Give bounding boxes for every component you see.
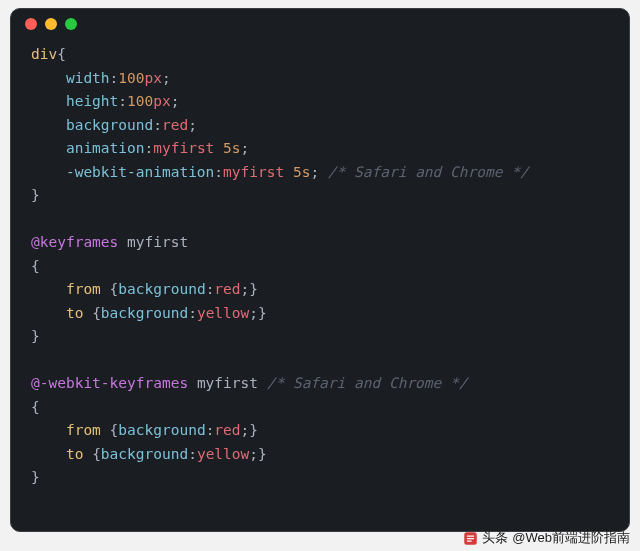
prop-name: background bbox=[118, 422, 205, 438]
prop-value: yellow bbox=[197, 446, 249, 462]
keyframes-name: myfirst bbox=[127, 234, 188, 250]
prop-name: background bbox=[101, 305, 188, 321]
prop-name: background bbox=[101, 446, 188, 462]
watermark-handle: @Web前端进阶指南 bbox=[512, 529, 630, 547]
prop-unit: px bbox=[153, 93, 170, 109]
prop-num: 100 bbox=[118, 70, 144, 86]
prop-num: 100 bbox=[127, 93, 153, 109]
prop-value: red bbox=[162, 117, 188, 133]
prop-name: height bbox=[66, 93, 118, 109]
keyframe-key: from bbox=[66, 422, 101, 438]
watermark: 头条 @Web前端进阶指南 bbox=[463, 529, 630, 547]
keyframe-key: from bbox=[66, 281, 101, 297]
selector: div bbox=[31, 46, 57, 62]
at-rule: @-webkit-keyframes bbox=[31, 375, 188, 391]
prop-unit: px bbox=[145, 70, 162, 86]
keyframe-key: to bbox=[66, 305, 83, 321]
prop-value: red bbox=[214, 422, 240, 438]
comment: /* Safari and Chrome */ bbox=[328, 164, 529, 180]
keyframes-name: myfirst bbox=[197, 375, 258, 391]
code-block: div{ width:100px; height:100px; backgrou… bbox=[11, 39, 629, 506]
prop-name: -webkit-animation bbox=[66, 164, 214, 180]
comment: /* Safari and Chrome */ bbox=[267, 375, 468, 391]
anim-duration: 5s bbox=[223, 140, 240, 156]
window-titlebar bbox=[11, 9, 629, 39]
prop-name: background bbox=[118, 281, 205, 297]
toutiao-icon bbox=[463, 531, 478, 546]
prop-name: animation bbox=[66, 140, 145, 156]
zoom-icon[interactable] bbox=[65, 18, 77, 30]
prop-name: background bbox=[66, 117, 153, 133]
at-rule: @keyframes bbox=[31, 234, 118, 250]
watermark-prefix: 头条 bbox=[482, 529, 508, 547]
minimize-icon[interactable] bbox=[45, 18, 57, 30]
prop-name: width bbox=[66, 70, 110, 86]
close-icon[interactable] bbox=[25, 18, 37, 30]
code-window: div{ width:100px; height:100px; backgrou… bbox=[10, 8, 630, 532]
prop-value: yellow bbox=[197, 305, 249, 321]
keyframe-key: to bbox=[66, 446, 83, 462]
prop-value: red bbox=[214, 281, 240, 297]
anim-ident: myfirst bbox=[223, 164, 284, 180]
anim-ident: myfirst bbox=[153, 140, 214, 156]
anim-duration: 5s bbox=[293, 164, 310, 180]
